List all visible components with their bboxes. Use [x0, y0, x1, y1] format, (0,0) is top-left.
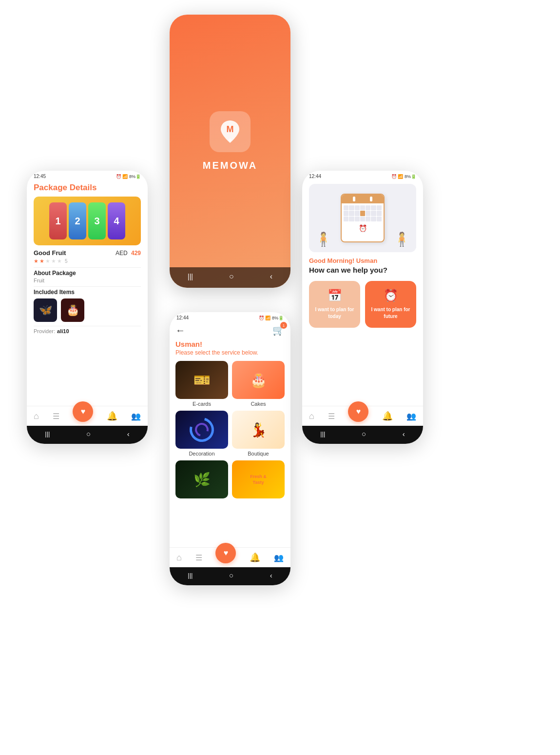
- cart-badge: 1: [280, 322, 287, 329]
- service-label-ecards: E-cards: [193, 401, 211, 407]
- fab-icon-svc[interactable]: ♥: [215, 543, 236, 563]
- bottom-nav-morning: ⌂ ☰ ♥ 🔔 👥: [302, 406, 423, 426]
- divider-3: [34, 326, 141, 326]
- plan-today-icon: 📅: [328, 289, 342, 302]
- service-label-boutique: Boutique: [248, 451, 269, 457]
- service-grid: 🎫 E-cards 🎂 Cakes Decoration: [175, 361, 285, 500]
- pkg-product-name: Good Fruit: [34, 249, 66, 257]
- nav-back-icon[interactable]: ‹: [270, 272, 272, 281]
- service-item-extra1[interactable]: 🌿: [175, 460, 228, 500]
- phone-service-selection: 12:44 ⏰ 📶 8%🔋 ← 🛒 1 Usman! Please select…: [170, 312, 290, 585]
- provider-row: Provider: ali10: [34, 328, 141, 334]
- svc-header-row: ← 🛒 1: [175, 324, 285, 336]
- star-rating: ★ ★ ★ ★ ★ 5: [34, 258, 141, 264]
- sys-back-morning[interactable]: ‹: [403, 430, 405, 438]
- sys-recents-svc[interactable]: |||: [188, 572, 193, 579]
- list-nav-icon-svc[interactable]: ☰: [195, 553, 202, 562]
- status-time-pkg: 12:45: [34, 174, 46, 179]
- service-item-boutique[interactable]: 💃 Boutique: [232, 411, 285, 457]
- star-4: ★: [51, 258, 56, 264]
- center-nav-morning[interactable]: ♥: [348, 410, 368, 422]
- morning-question: How can we help you?: [309, 266, 416, 274]
- nav-home-icon[interactable]: ○: [229, 272, 234, 281]
- pkg-product-image: 1 2 3 4: [34, 197, 141, 245]
- home-nav-icon-pkg[interactable]: ⌂: [34, 411, 39, 421]
- list-nav-icon-morning[interactable]: ☰: [328, 412, 335, 421]
- pkg-price-display: AED 429: [116, 250, 141, 257]
- splash-nav: ||| ○ ‹: [170, 267, 290, 288]
- divider-2: [34, 286, 141, 287]
- item-thumb-1: 🦋: [34, 298, 57, 322]
- nav-recents-icon[interactable]: |||: [188, 273, 193, 280]
- included-label: Included Items: [34, 289, 141, 296]
- home-nav-icon-svc[interactable]: ⌂: [176, 553, 182, 563]
- plan-future-label: I want to plan for future: [369, 306, 412, 320]
- bell-nav-icon-pkg[interactable]: 🔔: [107, 411, 117, 421]
- service-label-decoration: Decoration: [189, 451, 214, 457]
- service-img-extra1: 🌿: [175, 460, 228, 498]
- service-label-cakes: Cakes: [251, 401, 266, 407]
- splash-logo-box: M: [210, 111, 251, 152]
- service-img-boutique: 💃: [232, 411, 285, 449]
- system-nav-svc: ||| ○ ‹: [170, 567, 290, 585]
- service-img-cakes: 🎂: [232, 361, 285, 399]
- star-1: ★: [34, 258, 39, 264]
- bar-2: 2: [69, 202, 86, 239]
- status-time-svc: 12:44: [176, 315, 189, 320]
- sys-back-svc[interactable]: ‹: [270, 571, 272, 579]
- sys-recents-pkg[interactable]: |||: [45, 430, 50, 437]
- status-icons-svc: ⏰ 📶 8%🔋: [259, 316, 284, 320]
- svc-subtitle: Please select the service below.: [175, 349, 285, 356]
- svc-greeting: Usman!: [175, 340, 285, 348]
- star-3: ★: [45, 258, 50, 264]
- back-button-svc[interactable]: ←: [175, 325, 185, 336]
- status-bar-morning: 12:44 ⏰ 📶 8%🔋: [302, 171, 423, 180]
- system-nav-morning: ||| ○ ‹: [302, 426, 423, 444]
- fab-icon-morning[interactable]: ♥: [348, 401, 368, 422]
- plan-today-card[interactable]: 📅 I want to plan for today: [309, 281, 360, 328]
- pkg-content: Package Details 1 2 3 4 Good Fruit AED 4…: [27, 180, 148, 406]
- cart-button[interactable]: 🛒 1: [272, 324, 285, 336]
- status-bar-svc: 12:44 ⏰ 📶 8%🔋: [170, 312, 290, 321]
- provider-label: Provider:: [34, 328, 55, 334]
- sys-home-svc[interactable]: ○: [229, 571, 233, 579]
- bar-4: 4: [108, 202, 125, 239]
- service-item-cakes[interactable]: 🎂 Cakes: [232, 361, 285, 407]
- svg-text:M: M: [227, 124, 234, 134]
- service-item-decoration[interactable]: Decoration: [175, 411, 228, 457]
- status-icons-morning: ⏰ 📶 8%🔋: [391, 174, 416, 179]
- list-nav-icon-pkg[interactable]: ☰: [53, 412, 59, 421]
- provider-name: ali10: [57, 328, 69, 334]
- star-2: ★: [39, 258, 44, 264]
- calendar-main: ⏰: [341, 194, 385, 242]
- home-nav-icon-morning[interactable]: ⌂: [309, 411, 314, 421]
- plan-future-card[interactable]: ⏰ I want to plan for future: [365, 281, 416, 328]
- center-nav-pkg[interactable]: ♥: [73, 410, 93, 422]
- phone-package-details: 12:45 ⏰ 📶 8%🔋 Package Details 1 2 3 4 Go…: [27, 171, 148, 444]
- bar-3: 3: [88, 202, 106, 239]
- status-time-morning: 12:44: [309, 174, 321, 179]
- pkg-title: Package Details: [34, 183, 141, 193]
- service-item-ecards[interactable]: 🎫 E-cards: [175, 361, 228, 407]
- pkg-currency: AED: [116, 250, 128, 257]
- system-nav-pkg: ||| ○ ‹: [27, 426, 148, 444]
- sys-back-pkg[interactable]: ‹: [127, 430, 130, 438]
- people-nav-icon-pkg[interactable]: 👥: [131, 412, 141, 421]
- svc-content: ← 🛒 1 Usman! Please select the service b…: [170, 321, 290, 547]
- service-item-fresh[interactable]: Fresh & Tasty: [232, 460, 285, 500]
- people-nav-icon-svc[interactable]: 👥: [274, 553, 284, 562]
- phone-splash: M MeMoWa ||| ○ ‹: [170, 15, 290, 288]
- fab-icon-pkg[interactable]: ♥: [73, 401, 93, 422]
- rating-number: 5: [65, 258, 68, 264]
- bell-nav-icon-morning[interactable]: 🔔: [382, 411, 393, 421]
- sys-recents-morning[interactable]: |||: [320, 430, 325, 437]
- bell-nav-icon-svc[interactable]: 🔔: [250, 552, 260, 563]
- center-nav-svc[interactable]: ♥: [215, 552, 236, 563]
- plan-future-icon: ⏰: [384, 289, 398, 302]
- calendar-illustration: 🧍: [309, 184, 416, 252]
- splash-title: MeMoWa: [203, 160, 257, 171]
- sys-home-pkg[interactable]: ○: [86, 430, 91, 438]
- sys-home-morning[interactable]: ○: [362, 430, 366, 438]
- bottom-nav-svc: ⌂ ☰ ♥ 🔔 👥: [170, 547, 290, 567]
- people-nav-icon-morning[interactable]: 👥: [406, 412, 416, 421]
